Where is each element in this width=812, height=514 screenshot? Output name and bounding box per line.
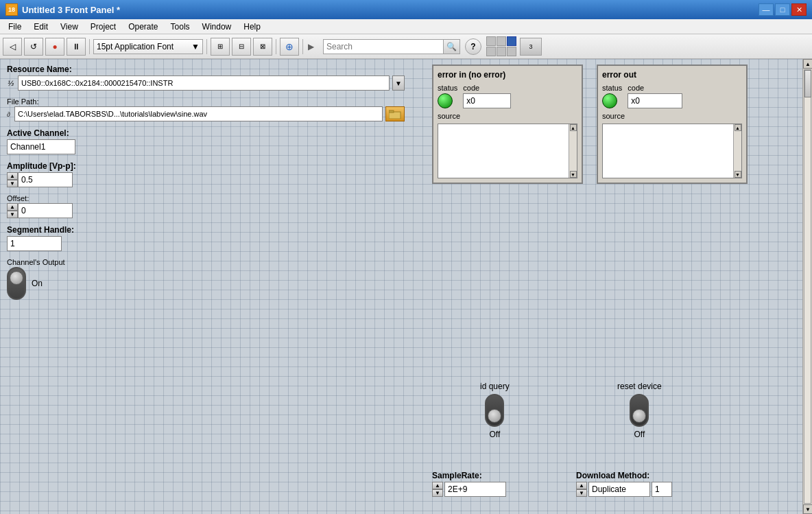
resize-button[interactable]: ⊞ — [211, 38, 230, 56]
download-method-label: Download Method: — [576, 471, 672, 480]
error-out-code-input[interactable]: x0 — [628, 93, 682, 108]
resource-name-section: Resource Name: ⅓ USB0::0x168C::0x2184::0… — [7, 65, 405, 91]
error-in-source-box[interactable]: ▲ ▼ — [438, 124, 577, 178]
error-out-status-col: status — [602, 84, 622, 108]
reset-device-switch[interactable] — [630, 394, 649, 427]
menu-bar: File Edit View Project Operate Tools Win… — [0, 19, 812, 34]
menu-view[interactable]: View — [55, 21, 84, 33]
scroll-thumb-right[interactable] — [804, 70, 811, 97]
id-query-switch[interactable] — [485, 394, 504, 427]
palette-num: 3 — [520, 38, 542, 56]
error-out-title: error out — [602, 70, 742, 80]
toolbar: ◁ ↺ ● ⏸ 15pt Application Font ▼ ⊞ ⊟ ⊠ ⊕ … — [0, 34, 812, 59]
close-button[interactable]: ✕ — [791, 3, 807, 16]
error-out-status-row: status code x0 — [602, 84, 742, 108]
amplitude-section: Amplitude [Vp-p]: ▲ ▼ 0.5 — [7, 161, 405, 187]
scroll-down-button[interactable]: ▼ — [803, 504, 812, 514]
menu-help[interactable]: Help — [238, 21, 266, 33]
back-button[interactable]: ◁ — [3, 38, 22, 56]
amplitude-value[interactable]: 0.5 — [18, 172, 73, 187]
error-in-title: error in (no error) — [438, 70, 577, 80]
folder-browse-button[interactable] — [385, 106, 405, 121]
font-selector[interactable]: 15pt Application Font ▼ — [93, 39, 203, 54]
download-method-section: Download Method: ▲ ▼ Duplicate 1 — [576, 471, 672, 497]
offset-down[interactable]: ▼ — [7, 211, 18, 218]
font-dropdown-arrow: ▼ — [191, 42, 200, 51]
channels-output-label: Channel's Output — [7, 258, 405, 266]
stop-button[interactable]: ● — [45, 38, 64, 56]
pause-button[interactable]: ⏸ — [67, 38, 86, 56]
sample-rate-up[interactable]: ▲ — [432, 482, 443, 489]
sample-rate-group: SampleRate: ▲ ▼ 2E+9 — [432, 471, 506, 497]
window-controls: — □ ✕ — [759, 3, 807, 16]
file-prefix-icon: ∂ — [7, 110, 10, 118]
menu-file[interactable]: File — [3, 21, 27, 33]
scroll-up-button[interactable]: ▲ — [803, 59, 812, 69]
error-in-code-input[interactable]: x0 — [463, 93, 511, 108]
error-in-status-label: status — [438, 84, 457, 92]
error-out-source-label: source — [602, 112, 625, 120]
search-input[interactable] — [324, 40, 443, 54]
resource-dropdown-arrow[interactable]: ▼ — [392, 75, 405, 91]
error-in-scroll-down[interactable]: ▼ — [570, 171, 577, 178]
svg-rect-1 — [389, 110, 394, 113]
search-box[interactable]: 🔍 — [323, 39, 460, 54]
toolbar-sep-3 — [276, 39, 276, 54]
menu-operate[interactable]: Operate — [123, 21, 163, 33]
error-in-status-light — [438, 93, 453, 108]
forward-button[interactable]: ↺ — [24, 38, 43, 56]
menu-window[interactable]: Window — [197, 21, 237, 33]
reset-device-label: reset device — [617, 382, 662, 391]
scroll-track-right[interactable] — [804, 69, 811, 504]
minimize-button[interactable]: — — [759, 3, 774, 16]
channels-output-knob — [10, 271, 23, 285]
error-out-code-col: code x0 — [628, 84, 682, 108]
menu-tools[interactable]: Tools — [165, 21, 195, 33]
download-method-num[interactable]: 1 — [652, 482, 672, 497]
file-path-label: File Path: — [7, 97, 405, 106]
distribute-button[interactable]: ⊠ — [253, 38, 272, 56]
error-out-box: error out status code x0 source — [597, 65, 748, 184]
palette-cell-5 — [497, 47, 506, 56]
error-out-panel: error out status code x0 source — [597, 65, 748, 184]
app-icon: 18 — [5, 3, 18, 16]
download-method-down[interactable]: ▼ — [576, 489, 587, 497]
download-method-spinners: ▲ ▼ — [576, 482, 587, 497]
error-in-source-label: source — [438, 112, 460, 120]
amplitude-up[interactable]: ▲ — [7, 172, 18, 180]
download-method-row: ▲ ▼ Duplicate 1 — [576, 482, 672, 497]
download-method-up[interactable]: ▲ — [576, 482, 587, 489]
canvas-area[interactable]: Resource Name: ⅓ USB0::0x168C::0x2184::0… — [0, 59, 802, 514]
globe-button[interactable]: ⊕ — [280, 38, 299, 56]
offset-value[interactable]: 0 — [18, 203, 73, 218]
maximize-button[interactable]: □ — [775, 3, 790, 16]
error-out-source-box[interactable]: ▲ ▼ — [602, 124, 742, 178]
toolbar-sep-1 — [89, 39, 90, 54]
search-icon-button[interactable]: 🔍 — [443, 40, 459, 54]
help-button[interactable]: ? — [465, 38, 481, 55]
align-button[interactable]: ⊟ — [232, 38, 251, 56]
active-channel-input[interactable]: Channel1 — [7, 139, 75, 154]
offset-up[interactable]: ▲ — [7, 203, 18, 211]
menu-edit[interactable]: Edit — [28, 21, 53, 33]
error-out-scroll-down[interactable]: ▼ — [735, 171, 741, 178]
amplitude-down[interactable]: ▼ — [7, 180, 18, 187]
palette-cell-2 — [497, 36, 506, 46]
error-out-scroll-up[interactable]: ▲ — [735, 124, 741, 131]
file-path-input[interactable]: C:\Users\elad.TABORSBS\D...\tutorials\la… — [14, 106, 383, 121]
id-query-section: id query Off — [480, 382, 510, 439]
toolbar-sep-2 — [206, 39, 207, 54]
offset-control: ▲ ▼ 0 — [7, 203, 405, 218]
amplitude-spinners: ▲ ▼ — [7, 172, 18, 187]
channels-output-switch[interactable] — [7, 267, 26, 300]
menu-project[interactable]: Project — [85, 21, 121, 33]
error-in-scroll-up[interactable]: ▲ — [570, 124, 577, 131]
segment-section: Segment Handle: 1 — [7, 225, 405, 251]
resource-name-input[interactable]: USB0::0x168C::0x2184::0000215470::INSTR — [18, 75, 390, 91]
window-title: Untitled 3 Front Panel * — [22, 5, 120, 15]
sample-rate-value[interactable]: 2E+9 — [444, 482, 506, 497]
sample-rate-down[interactable]: ▼ — [432, 489, 443, 497]
download-method-value[interactable]: Duplicate — [588, 482, 650, 497]
segment-value[interactable]: 1 — [7, 236, 62, 251]
file-path-row: ∂ C:\Users\elad.TABORSBS\D...\tutorials\… — [7, 106, 405, 121]
